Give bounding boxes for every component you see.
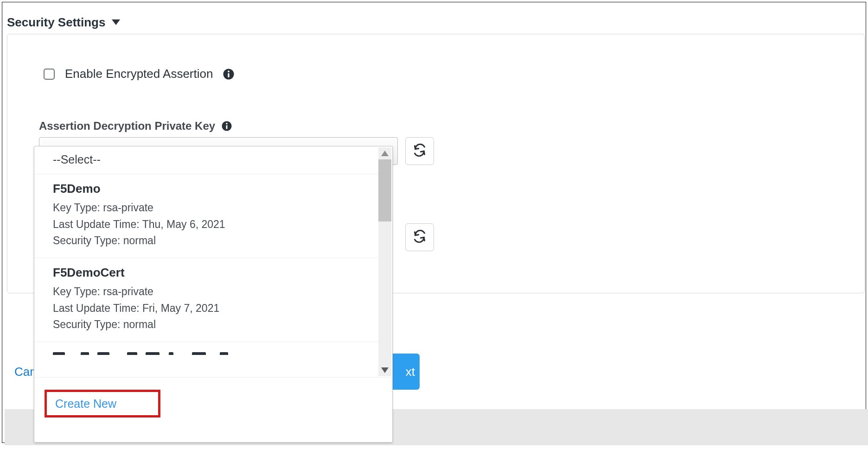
enable-encrypted-assertion-row: Enable Encrypted Assertion	[44, 67, 234, 81]
dropdown-option-select[interactable]: --Select--	[34, 146, 379, 174]
svg-point-6	[226, 123, 227, 124]
dropdown-scrollbar[interactable]	[378, 147, 391, 376]
svg-rect-12	[169, 352, 173, 355]
refresh-button[interactable]	[405, 223, 434, 251]
dropdown-footer: Create New	[34, 377, 392, 442]
assertion-key-dropdown: --Select-- F5Demo Key Type: rsa-private …	[34, 146, 393, 443]
scroll-down-icon[interactable]	[378, 364, 391, 376]
dropdown-option-security: Security Type: normal	[53, 233, 361, 249]
assertion-key-label-row: Assertion Decryption Private Key	[39, 120, 232, 133]
scrollbar-thumb[interactable]	[378, 159, 391, 221]
dropdown-option-f5democert[interactable]: F5DemoCert Key Type: rsa-private Last Up…	[34, 258, 379, 342]
caret-down-icon	[112, 19, 120, 26]
refresh-icon	[413, 144, 426, 158]
section-header-security-settings[interactable]: Security Settings	[7, 15, 120, 30]
svg-marker-15	[381, 151, 389, 156]
svg-rect-8	[81, 352, 89, 355]
next-button[interactable]: xt	[390, 354, 420, 390]
dropdown-option-security: Security Type: normal	[53, 316, 361, 333]
svg-rect-5	[226, 125, 228, 129]
svg-rect-14	[220, 352, 228, 355]
svg-marker-0	[112, 19, 120, 25]
info-icon[interactable]	[223, 69, 234, 80]
svg-rect-2	[228, 73, 230, 77]
create-new-option[interactable]: Create New	[45, 390, 160, 417]
dropdown-option-f5demo[interactable]: F5Demo Key Type: rsa-private Last Update…	[34, 174, 379, 258]
dropdown-option-name: F5Demo	[53, 182, 361, 196]
enable-encrypted-assertion-label: Enable Encrypted Assertion	[65, 67, 213, 81]
dropdown-scroll-area: --Select-- F5Demo Key Type: rsa-private …	[34, 146, 392, 377]
svg-rect-9	[97, 352, 109, 355]
dropdown-option-updated: Last Update Time: Fri, May 7, 2021	[53, 300, 361, 317]
svg-rect-11	[146, 352, 160, 355]
refresh-icon	[413, 230, 426, 245]
dropdown-option-keytype: Key Type: rsa-private	[53, 200, 361, 216]
refresh-button[interactable]	[405, 137, 434, 165]
create-new-label: Create New	[55, 397, 116, 411]
next-button-label: xt	[406, 365, 415, 379]
svg-marker-16	[381, 367, 389, 373]
dropdown-option-updated: Last Update Time: Thu, May 6, 2021	[53, 216, 361, 233]
info-icon[interactable]	[222, 121, 232, 131]
dropdown-option-truncated[interactable]	[34, 342, 379, 355]
svg-rect-10	[127, 352, 137, 355]
svg-rect-7	[53, 352, 65, 355]
dropdown-option-name: F5DemoCert	[53, 266, 361, 280]
dropdown-option-keytype: Key Type: rsa-private	[53, 284, 361, 300]
scroll-up-icon[interactable]	[378, 147, 391, 159]
section-title: Security Settings	[7, 15, 105, 30]
svg-rect-13	[192, 352, 206, 355]
svg-point-3	[228, 70, 230, 72]
cancel-button[interactable]: Can	[14, 365, 37, 379]
assertion-key-label: Assertion Decryption Private Key	[39, 120, 215, 133]
enable-encrypted-assertion-checkbox[interactable]	[44, 69, 55, 80]
